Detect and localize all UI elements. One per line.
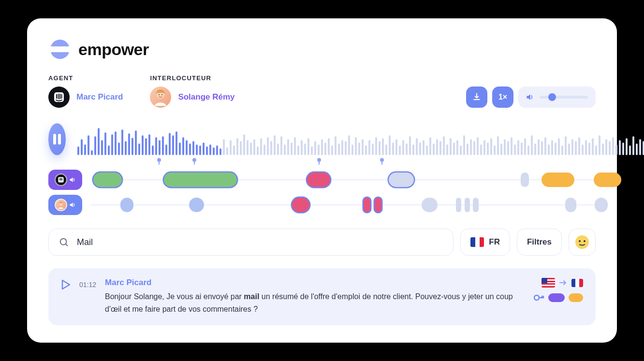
marker-icon[interactable] bbox=[191, 158, 197, 165]
svg-rect-2 bbox=[58, 94, 59, 99]
segment[interactable] bbox=[120, 198, 133, 212]
waveform-bar bbox=[626, 138, 628, 155]
flag-fr-icon bbox=[571, 279, 583, 287]
waveform-bar bbox=[605, 139, 607, 155]
waveform-bar bbox=[284, 144, 286, 156]
mute-interlocutor-icon bbox=[69, 201, 76, 209]
waveform-bar bbox=[111, 134, 113, 155]
waveform-bar bbox=[297, 145, 299, 156]
segment[interactable] bbox=[422, 198, 438, 212]
svg-point-12 bbox=[192, 158, 196, 162]
pause-button[interactable] bbox=[48, 123, 66, 155]
waveform-bar bbox=[456, 140, 458, 155]
volume-control[interactable] bbox=[518, 87, 596, 108]
waveform-bar bbox=[412, 144, 414, 156]
waveform-bar bbox=[507, 141, 509, 155]
waveform-bar bbox=[152, 145, 154, 156]
agent-track-head[interactable] bbox=[48, 170, 82, 190]
segment[interactable] bbox=[189, 198, 204, 212]
marker-icon[interactable] bbox=[156, 158, 162, 165]
interlocutor-name: Solange Rémy bbox=[178, 92, 234, 102]
svg-rect-20 bbox=[60, 178, 60, 181]
waveform-bar bbox=[159, 140, 161, 155]
download-icon bbox=[472, 92, 482, 102]
volume-track[interactable] bbox=[540, 96, 588, 99]
volume-knob[interactable] bbox=[548, 93, 556, 101]
waveform-bar bbox=[521, 143, 523, 156]
language-selector[interactable]: FR bbox=[460, 229, 510, 256]
segment[interactable] bbox=[307, 173, 330, 187]
waveform-bar bbox=[470, 139, 472, 155]
filters-row: FR Filtres bbox=[48, 229, 596, 256]
volume-icon bbox=[525, 92, 535, 102]
transcript-play-button[interactable] bbox=[61, 279, 71, 315]
playback-speed-value: 1× bbox=[498, 93, 507, 101]
sentiment-button[interactable] bbox=[569, 229, 596, 256]
waveform-bar bbox=[291, 143, 293, 156]
waveform-bar bbox=[429, 137, 431, 155]
segment[interactable] bbox=[473, 198, 478, 212]
interlocutor-track-head[interactable] bbox=[48, 195, 82, 215]
waveform-bar bbox=[132, 138, 133, 155]
segment[interactable] bbox=[594, 173, 621, 187]
segment[interactable] bbox=[292, 198, 310, 212]
segment[interactable] bbox=[521, 173, 529, 187]
brand-name: empower bbox=[78, 40, 149, 59]
waveform-bar bbox=[402, 140, 404, 155]
waveform-bar bbox=[287, 139, 289, 155]
waveform-bar bbox=[504, 139, 506, 155]
svg-point-6 bbox=[159, 94, 160, 95]
agent-track bbox=[48, 170, 596, 190]
search-input[interactable] bbox=[76, 237, 443, 248]
waveform-bar bbox=[165, 144, 167, 156]
transcript-text: Bonjour Solange, Je vous ai envoyé par m… bbox=[105, 290, 525, 315]
waveform-bar bbox=[247, 140, 249, 155]
waveform-bar bbox=[463, 135, 465, 155]
interlocutor-lane[interactable] bbox=[91, 195, 596, 215]
waveform-bar bbox=[142, 135, 144, 155]
agent-lane[interactable] bbox=[91, 170, 596, 190]
person-mini-icon bbox=[56, 200, 66, 210]
search-field[interactable] bbox=[48, 229, 454, 256]
interlocutor-mini-avatar bbox=[55, 199, 67, 211]
arrow-right-icon bbox=[559, 279, 568, 286]
waveform-bar bbox=[192, 141, 194, 155]
waveform-bar bbox=[362, 139, 364, 155]
tag-pill-orange bbox=[569, 293, 583, 302]
waveform-bar bbox=[213, 147, 215, 156]
waveform-bar bbox=[257, 146, 259, 156]
marker-icon[interactable] bbox=[316, 158, 322, 165]
transcript-speaker: Marc Picard bbox=[105, 278, 525, 288]
segment[interactable] bbox=[456, 198, 461, 212]
playback-speed-button[interactable]: 1× bbox=[492, 87, 513, 108]
waveform-bar bbox=[609, 141, 611, 155]
filters-label: Filtres bbox=[527, 237, 552, 247]
app-card: empower AGENT bbox=[27, 18, 617, 342]
segment[interactable] bbox=[542, 173, 574, 187]
waveform-bar bbox=[372, 144, 374, 156]
segment[interactable] bbox=[93, 173, 121, 187]
segment[interactable] bbox=[375, 198, 382, 212]
svg-rect-17 bbox=[381, 161, 382, 165]
segment[interactable] bbox=[595, 198, 608, 212]
filters-button[interactable]: Filtres bbox=[517, 229, 562, 256]
tags-badge bbox=[534, 293, 583, 302]
segment[interactable] bbox=[465, 198, 470, 212]
segment[interactable] bbox=[389, 173, 414, 187]
tag-pill-purple bbox=[548, 293, 565, 302]
segment[interactable] bbox=[164, 173, 236, 187]
waveform-bar bbox=[399, 145, 401, 156]
marker-icon[interactable] bbox=[379, 158, 385, 165]
audio-waveform[interactable] bbox=[77, 123, 644, 155]
segment[interactable] bbox=[364, 198, 371, 212]
svg-point-14 bbox=[317, 158, 321, 162]
download-button[interactable] bbox=[466, 87, 487, 108]
waveform-bar bbox=[148, 134, 150, 155]
segment[interactable] bbox=[565, 198, 576, 212]
waveform-bar bbox=[494, 145, 496, 156]
waveform-bar bbox=[77, 146, 79, 156]
waveform-bar bbox=[128, 133, 130, 155]
waveform-bar bbox=[179, 143, 181, 156]
waveform-bar bbox=[578, 137, 580, 155]
agent-label: AGENT bbox=[48, 74, 123, 82]
